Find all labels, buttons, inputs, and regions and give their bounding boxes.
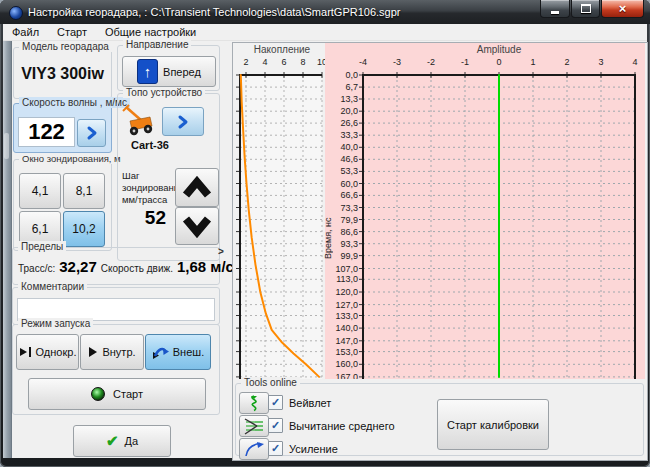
app-icon: [9, 6, 23, 20]
window-option-10-2[interactable]: 10,2: [63, 211, 105, 247]
chevron-up-icon: [181, 176, 213, 200]
mode-external-button[interactable]: Внеш.: [145, 334, 211, 370]
gain-tool-button[interactable]: [239, 438, 269, 460]
radar-model-value: VIY3 300iw: [14, 65, 111, 83]
topo-device-value: Cart-36: [118, 139, 182, 151]
wave-velocity-input[interactable]: 122: [18, 117, 75, 147]
mode-single-text: Однокр.: [36, 346, 77, 358]
step-value: 52: [118, 207, 166, 229]
x-tick-label: 3: [598, 57, 603, 67]
time-tick-label: 160,0: [327, 359, 358, 369]
window-option-4-1[interactable]: 4,1: [19, 173, 61, 209]
time-tick-label: 73,3: [327, 203, 358, 213]
x-tick-label: -3: [393, 57, 401, 67]
mode-single-button[interactable]: Однокр.: [16, 334, 79, 370]
mode-external-text: Внеш.: [173, 346, 204, 358]
title-bar: Настройка георадара, : C:\Transient Tech…: [0, 0, 650, 24]
topo-device-next-button[interactable]: [162, 107, 204, 136]
chevron-right-icon: [85, 124, 99, 142]
menu-bar: Файл Старт Общие настройки: [3, 24, 647, 41]
step-decrease-button[interactable]: [175, 207, 219, 245]
close-button[interactable]: ×: [601, 0, 644, 18]
wave-velocity-label: Скорость волны , м/мс: [19, 97, 130, 108]
wavelet-checkbox-label: Вейвлет: [289, 397, 331, 409]
wavelet-icon: [243, 395, 265, 412]
x-tick-label: 2: [243, 57, 248, 67]
minimize-button[interactable]: [540, 0, 570, 18]
x-tick-label: -2: [427, 57, 435, 67]
model-group: Модель георадара VIY3 300iw: [13, 47, 112, 99]
x-tick-label: 6: [281, 57, 286, 67]
maximize-icon: [581, 4, 591, 13]
comments-label: Комментарии: [18, 281, 87, 292]
stacking-chart: 246810Накопление: [233, 43, 325, 379]
time-tick-label: 113,0: [327, 274, 358, 284]
time-tick-label: 40,0: [327, 142, 358, 152]
time-tick-label: 33,3: [327, 130, 358, 140]
start-button[interactable]: Старт: [28, 378, 206, 410]
start-calibration-button[interactable]: Старт калибровки: [437, 399, 549, 450]
splitter-grip-icon: [4, 133, 9, 159]
stacking-chart-zone: 246810Накопление: [233, 43, 325, 379]
direction-button[interactable]: ↑ Вперед: [122, 56, 216, 87]
menu-start[interactable]: Старт: [48, 24, 96, 40]
maximize-button[interactable]: [571, 0, 600, 18]
traces-per-sec-value: 32,27: [59, 258, 97, 275]
time-tick-label: 66,6: [327, 190, 358, 200]
cart-icon: [121, 104, 159, 136]
window-controls: ×: [540, 0, 644, 18]
x-tick-label: 8: [300, 57, 305, 67]
wavelet-checkbox-row: ✓ Вейвлет: [268, 395, 331, 410]
topo-device-label: Топо устройство: [123, 87, 205, 98]
gain-checkbox-row: ✓ Усиление: [268, 441, 338, 456]
time-axis-ticks: 0,06,713,320,026,633,340,046,653,360,066…: [328, 43, 359, 379]
ok-button[interactable]: ✔ Да: [73, 425, 171, 457]
left-splitter[interactable]: [3, 41, 12, 458]
panel-expander-arrow[interactable]: >: [218, 246, 224, 257]
x-tick-label: -4: [359, 57, 367, 67]
direction-group: Направление ↑ Вперед: [117, 45, 220, 91]
model-group-label: Модель георадара: [19, 41, 112, 52]
start-button-text: Старт: [113, 388, 143, 400]
time-tick-label: 147,0: [327, 336, 358, 346]
time-tick-label: 46,6: [327, 154, 358, 164]
mean-subtraction-tool-button[interactable]: [239, 415, 269, 437]
movement-speed-label: Скорость движ.: [101, 263, 173, 274]
step-label-line3: мм/трасса: [122, 194, 167, 205]
wavelet-tool-button[interactable]: [239, 392, 269, 414]
led-record-icon: [91, 387, 105, 401]
time-tick-label: 53,3: [327, 166, 358, 176]
mean-subtraction-checkbox-row: ✓ Вычитание среднего: [268, 418, 395, 433]
external-trigger-icon: [152, 346, 169, 359]
x-tick-label: -1: [461, 57, 469, 67]
step-increase-button[interactable]: [175, 168, 219, 207]
time-tick-label: 153,0: [327, 347, 358, 357]
gain-checkbox-label: Усиление: [289, 443, 338, 455]
gain-checkbox[interactable]: ✓: [268, 441, 283, 456]
x-tick-label: 4: [262, 57, 267, 67]
menu-file[interactable]: Файл: [3, 24, 48, 40]
movement-speed-value: 1,68 м/с: [177, 258, 234, 275]
time-tick-label: 140,0: [327, 323, 358, 333]
mode-internal-button[interactable]: Внутр.: [80, 334, 144, 370]
client-area: Модель георадара VIY3 300iw Скорость вол…: [3, 41, 647, 458]
close-icon: ×: [619, 1, 627, 16]
app-window: Настройка георадара, : C:\Transient Tech…: [0, 0, 650, 467]
limits-group: Пределы Трасс/с: 32,27 Скорость движ. 1,…: [12, 247, 220, 285]
window-option-8-1[interactable]: 8,1: [63, 173, 105, 209]
tools-zone: Tools online ✓ Вейвлет ✓: [233, 379, 645, 458]
mean-subtraction-icon: [243, 418, 265, 435]
wavelet-checkbox[interactable]: ✓: [268, 395, 283, 410]
amplitude-chart: -4-3-2-101234Amplitude: [357, 43, 645, 379]
time-tick-label: 6,7: [327, 82, 358, 92]
chevron-right-icon: [176, 113, 190, 131]
x-tick-label: 10: [317, 57, 325, 67]
menu-general-settings[interactable]: Общие настройки: [96, 24, 205, 40]
limits-label: Пределы: [18, 241, 66, 252]
ok-button-text: Да: [125, 435, 139, 447]
window-title: Настройка георадара, : C:\Transient Tech…: [28, 0, 401, 24]
time-tick-label: 93,3: [327, 239, 358, 249]
mean-subtraction-checkbox[interactable]: ✓: [268, 418, 283, 433]
wave-velocity-next-button[interactable]: [77, 119, 106, 147]
mode-internal-text: Внутр.: [102, 346, 135, 358]
